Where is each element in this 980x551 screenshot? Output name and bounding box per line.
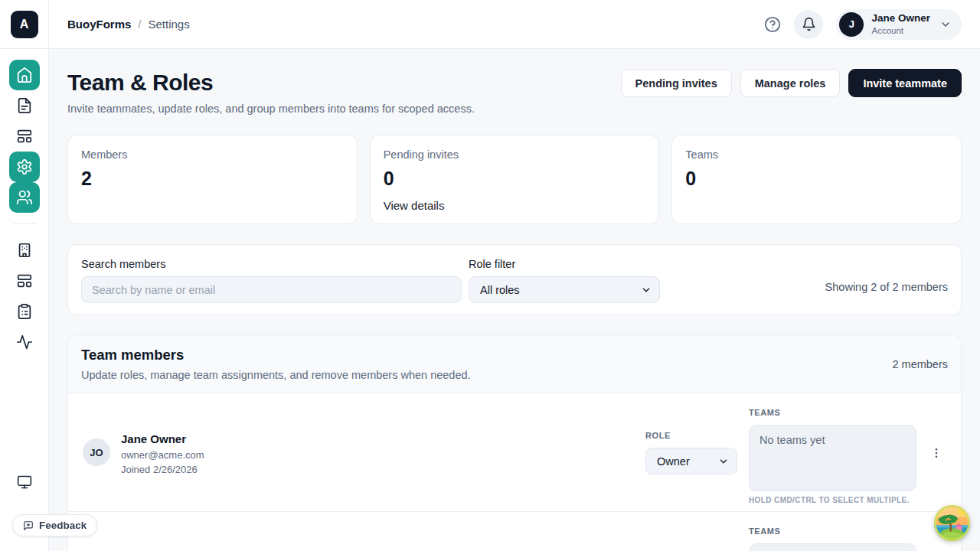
feedback-label: Feedback — [39, 520, 87, 531]
app-logo[interactable]: A — [11, 11, 38, 38]
breadcrumb-app[interactable]: BuoyForms — [67, 18, 131, 31]
sidebar-item-tasks[interactable] — [9, 296, 40, 327]
users-icon — [16, 189, 33, 206]
notifications-button[interactable] — [794, 10, 823, 39]
avatar: JO — [83, 439, 110, 466]
sidebar — [0, 49, 49, 551]
help-circle-icon — [764, 16, 781, 33]
stat-card-members: Members 2 — [67, 135, 358, 224]
chevron-down-icon — [939, 18, 952, 31]
stat-card-teams: Teams 0 — [671, 135, 962, 224]
sidebar-item-team[interactable] — [9, 182, 40, 213]
help-button[interactable] — [764, 16, 781, 33]
team-members-header-text: Team members Update roles, manage team a… — [81, 347, 471, 381]
member-row: ROLE TEAMS HOLD CMD/CTRL TO SELECT MULTI… — [68, 511, 961, 551]
showing-count: Showing 2 of 2 members — [825, 281, 948, 293]
page-title: Team & Roles — [67, 69, 475, 96]
feedback-button[interactable]: Feedback — [12, 514, 97, 536]
member-joined: Joined 2/26/2026 — [121, 464, 204, 475]
sidebar-item-layout[interactable] — [9, 121, 40, 152]
topbar: BuoyForms / Settings J Jane Owner Accoun… — [49, 0, 980, 49]
search-label: Search members — [81, 258, 462, 270]
role-filter-group: Role filter All roles — [469, 258, 660, 303]
search-input[interactable] — [81, 276, 462, 303]
stat-value: 2 — [81, 168, 344, 190]
sidebar-item-display[interactable] — [9, 467, 40, 497]
panels-icon — [16, 272, 33, 289]
stat-label: Members — [81, 148, 344, 161]
building-icon — [16, 242, 33, 259]
page-header: Team & Roles Invite teammates, update ro… — [67, 69, 962, 115]
teams-multiselect[interactable]: No teams yet — [749, 425, 916, 491]
section-title: Team members — [81, 347, 471, 364]
account-menu-button[interactable]: J Jane Owner Account — [836, 9, 962, 40]
member-email: owner@acme.com — [121, 449, 204, 461]
stat-label: Pending invites — [384, 148, 646, 161]
member-role-select-wrap: Owner — [645, 448, 737, 474]
page-subtitle: Invite teammates, update roles, and grou… — [67, 103, 475, 115]
members-count-badge: 2 members — [892, 358, 948, 370]
logo-cell: A — [0, 0, 49, 49]
breadcrumb-separator: / — [138, 18, 141, 31]
stat-label: Teams — [685, 148, 948, 161]
document-icon — [16, 97, 33, 114]
role-label: ROLE — [645, 431, 737, 440]
kebab-icon — [930, 446, 942, 460]
member-info: Jane Owner owner@acme.com Joined 2/26/20… — [121, 432, 204, 475]
clipboard-icon — [16, 303, 33, 320]
home-icon — [16, 67, 33, 83]
team-members-card: Team members Update roles, manage team a… — [67, 334, 962, 551]
user-meta: Jane Owner Account — [871, 13, 930, 35]
sidebar-item-organization[interactable] — [9, 235, 40, 266]
panels-icon — [16, 128, 33, 145]
member-role-group: ROLE Owner — [645, 431, 737, 474]
member-role-select[interactable]: Owner — [645, 448, 737, 474]
message-square-plus-icon — [23, 520, 34, 531]
user-avatar: J — [839, 12, 864, 37]
member-row: JO Jane Owner owner@acme.com Joined 2/26… — [68, 393, 961, 511]
sidebar-item-boards[interactable] — [9, 266, 40, 296]
filter-bar: Search members Role filter All roles Sho… — [67, 244, 962, 315]
sidebar-divider — [13, 223, 36, 224]
sidebar-item-activity[interactable] — [9, 327, 40, 357]
stat-value: 0 — [685, 168, 948, 190]
teams-multiselect[interactable] — [749, 543, 916, 551]
settings-icon — [16, 158, 33, 175]
member-name: Jane Owner — [121, 432, 204, 445]
breadcrumb: BuoyForms / Settings — [67, 18, 190, 31]
island-widget-button[interactable] — [934, 505, 970, 541]
user-subtitle: Account — [871, 26, 930, 36]
page-actions: Pending invites Manage roles Invite team… — [621, 69, 962, 97]
main-content: Team & Roles Invite teammates, update ro… — [49, 49, 980, 551]
teams-hint: HOLD CMD/CTRL TO SELECT MULTIPLE. — [749, 496, 916, 504]
teams-label: TEAMS — [749, 527, 916, 536]
stats-row: Members 2 Pending invites 0 View details… — [67, 135, 962, 224]
search-field-group: Search members — [81, 258, 462, 303]
role-filter-select-wrap: All roles — [469, 276, 660, 303]
member-menu-button[interactable] — [930, 446, 942, 460]
sidebar-item-home[interactable] — [9, 60, 40, 90]
member-teams-group: TEAMS HOLD CMD/CTRL TO SELECT MULTIPLE. — [749, 527, 916, 551]
stat-card-pending-invites: Pending invites 0 View details — [370, 135, 660, 224]
manage-roles-button[interactable]: Manage roles — [740, 69, 841, 97]
app-shell: A BuoyForms / Settings J Jane Owner — [0, 0, 980, 551]
role-filter-label: Role filter — [469, 258, 660, 270]
sidebar-item-settings[interactable] — [9, 152, 40, 182]
section-subtitle: Update roles, manage team assignments, a… — [81, 369, 471, 381]
invite-teammate-button[interactable]: Invite teammate — [848, 69, 962, 97]
stat-value: 0 — [384, 168, 646, 190]
pending-invites-button[interactable]: Pending invites — [621, 69, 732, 97]
teams-label: TEAMS — [749, 408, 916, 417]
topbar-right: J Jane Owner Account — [764, 9, 962, 40]
view-details-link[interactable]: View details — [384, 199, 445, 212]
activity-icon — [16, 334, 33, 350]
team-members-header: Team members Update roles, manage team a… — [68, 335, 961, 393]
bell-icon — [802, 17, 816, 31]
role-filter-select[interactable]: All roles — [469, 276, 660, 303]
page-header-text: Team & Roles Invite teammates, update ro… — [67, 69, 475, 115]
user-name: Jane Owner — [871, 13, 930, 24]
monitor-icon — [17, 474, 32, 490]
breadcrumb-page: Settings — [149, 18, 190, 31]
member-teams-group: TEAMS No teams yet HOLD CMD/CTRL TO SELE… — [749, 408, 916, 504]
sidebar-item-documents[interactable] — [9, 90, 40, 121]
